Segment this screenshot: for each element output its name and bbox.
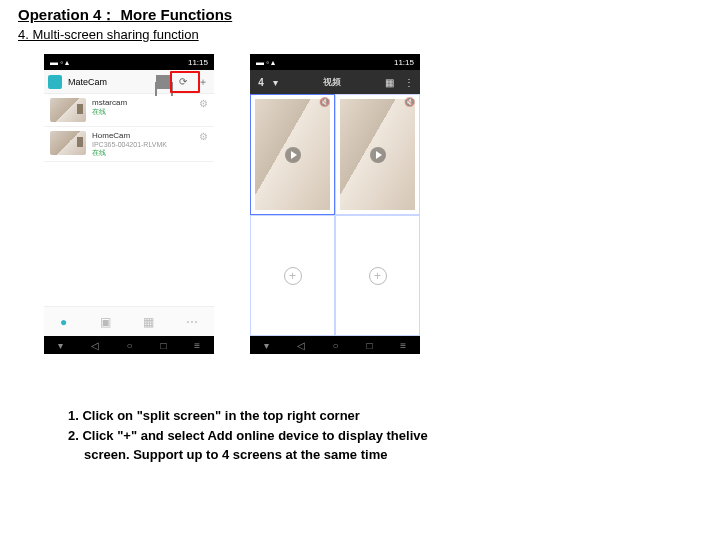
- camera-name: mstarcam: [92, 98, 193, 108]
- grid-cell-3[interactable]: +: [250, 215, 335, 336]
- grid-cell-4[interactable]: +: [335, 215, 420, 336]
- add-device-button[interactable]: +: [369, 267, 387, 285]
- nav-menu-icon[interactable]: ▾: [264, 340, 269, 351]
- nav-extra-icon[interactable]: ≡: [400, 340, 406, 351]
- signal-icons: ▬ ◦ ▴: [256, 58, 275, 67]
- android-nav-bar: ▾ ◁ ○ □ ≡: [44, 336, 214, 354]
- nav-recent-icon[interactable]: □: [160, 340, 166, 351]
- nav-home-icon[interactable]: ○: [333, 340, 339, 351]
- phone-screenshot-left: ▬ ◦ ▴ 11:15 MateCam ⟳ ＋ mstarcam 在线 ⚙: [44, 54, 214, 354]
- nav-extra-icon[interactable]: ≡: [194, 340, 200, 351]
- add-device-button[interactable]: +: [284, 267, 302, 285]
- tab-camera-icon[interactable]: ●: [60, 315, 67, 329]
- multi-screen-grid: 🔇 🔇 + +: [250, 94, 420, 336]
- app-logo-icon: [48, 75, 62, 89]
- camera-status: 在线: [92, 149, 193, 157]
- nav-back-icon[interactable]: ◁: [297, 340, 305, 351]
- grid-cell-1[interactable]: 🔇: [250, 94, 335, 215]
- more-icon[interactable]: ⋮: [402, 75, 416, 89]
- app-title: MateCam: [68, 77, 150, 87]
- chevron-down-icon[interactable]: ▾: [268, 75, 282, 89]
- page-subtitle: 4. Multi-screen sharing function: [18, 27, 702, 42]
- instruction-line-2: 2. Click "+" and select Add online devic…: [68, 426, 702, 446]
- status-bar: ▬ ◦ ▴ 11:15: [250, 54, 420, 70]
- list-item[interactable]: HomeCam IPC365-004201-RLVMK 在线 ⚙: [44, 127, 214, 162]
- list-item[interactable]: mstarcam 在线 ⚙: [44, 94, 214, 127]
- nav-back-icon[interactable]: ◁: [91, 340, 99, 351]
- nav-menu-icon[interactable]: ▾: [58, 340, 63, 351]
- phone-screenshot-right: ▬ ◦ ▴ 11:15 4 ▾ 视频 ▦ ⋮ 🔇 🔇 +: [250, 54, 420, 354]
- tab-media-icon[interactable]: ▦: [143, 315, 154, 329]
- tab-more-icon[interactable]: ⋯: [186, 315, 198, 329]
- screen-count-label[interactable]: 4: [254, 75, 268, 89]
- gear-icon[interactable]: ⚙: [199, 131, 208, 157]
- status-bar: ▬ ◦ ▴ 11:15: [44, 54, 214, 70]
- mute-icon[interactable]: 🔇: [404, 97, 415, 107]
- camera-name: HomeCam: [92, 131, 193, 141]
- page-title: Operation 4： More Functions: [18, 6, 702, 25]
- play-icon[interactable]: [291, 151, 297, 159]
- play-icon[interactable]: [376, 151, 382, 159]
- status-time: 11:15: [188, 58, 208, 67]
- app-bar: 4 ▾ 视频 ▦ ⋮: [250, 70, 420, 94]
- camera-thumbnail: [50, 98, 86, 122]
- grid-cell-2[interactable]: 🔇: [335, 94, 420, 215]
- split-screen-button[interactable]: [156, 75, 170, 89]
- android-nav-bar: ▾ ◁ ○ □ ≡: [250, 336, 420, 354]
- layout-icon[interactable]: ▦: [382, 75, 396, 89]
- bottom-tab-bar: ● ▣ ▦ ⋯: [44, 306, 214, 336]
- gear-icon[interactable]: ⚙: [199, 98, 208, 122]
- camera-desc: IPC365-004201-RLVMK: [92, 141, 193, 149]
- nav-recent-icon[interactable]: □: [366, 340, 372, 351]
- screenshots-row: ▬ ◦ ▴ 11:15 MateCam ⟳ ＋ mstarcam 在线 ⚙: [44, 54, 702, 354]
- mute-icon[interactable]: 🔇: [319, 97, 330, 107]
- tab-gallery-icon[interactable]: ▣: [100, 315, 111, 329]
- nav-home-icon[interactable]: ○: [127, 340, 133, 351]
- status-time: 11:15: [394, 58, 414, 67]
- instruction-block: 1. Click on "split screen" in the top ri…: [68, 406, 702, 465]
- annotation-highlight-box: [170, 71, 200, 93]
- signal-icons: ▬ ◦ ▴: [50, 58, 69, 67]
- instruction-line-2-cont: screen. Support up to 4 screens at the s…: [68, 445, 702, 465]
- camera-status: 在线: [92, 108, 193, 116]
- camera-thumbnail: [50, 131, 86, 155]
- instruction-line-1: 1. Click on "split screen" in the top ri…: [68, 406, 702, 426]
- camera-list: mstarcam 在线 ⚙ HomeCam IPC365-004201-RLVM…: [44, 94, 214, 306]
- screen-title: 视频: [288, 76, 376, 89]
